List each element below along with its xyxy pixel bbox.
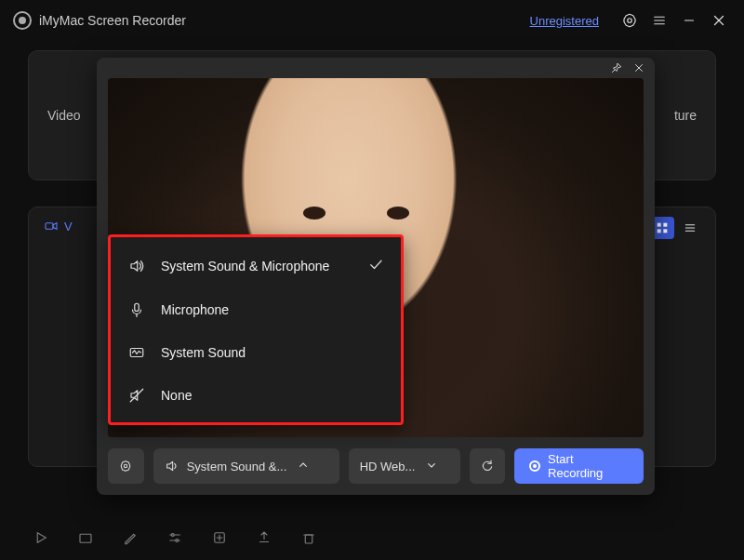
- menu-item-label: None: [161, 388, 192, 403]
- svg-rect-17: [80, 534, 91, 542]
- menu-item-microphone[interactable]: Microphone: [111, 288, 401, 331]
- record-icon: [529, 460, 540, 472]
- camera-source-dropdown[interactable]: HD Web...: [349, 448, 460, 484]
- svg-rect-24: [305, 535, 312, 543]
- svg-rect-8: [46, 223, 53, 230]
- audio-source-label: System Sound &...: [187, 460, 287, 473]
- svg-rect-9: [658, 223, 661, 227]
- svg-marker-29: [122, 461, 130, 472]
- refresh-button[interactable]: [470, 448, 506, 484]
- svg-rect-12: [663, 229, 667, 233]
- svg-marker-0: [624, 14, 635, 27]
- close-button[interactable]: [707, 8, 731, 33]
- folder-icon[interactable]: [76, 528, 95, 547]
- start-recording-button[interactable]: Start Recording: [514, 448, 644, 484]
- settings-gear-icon[interactable]: [618, 8, 642, 33]
- trash-icon[interactable]: [299, 528, 318, 547]
- view-list-button[interactable]: [678, 217, 702, 239]
- speaker-icon: [127, 258, 146, 274]
- overlay-close-icon[interactable]: [632, 61, 645, 74]
- play-icon[interactable]: [32, 528, 50, 547]
- menu-item-none[interactable]: None: [111, 374, 401, 417]
- audio-source-menu: System Sound & Microphone Microphone Sys…: [108, 234, 404, 425]
- camera-source-label: HD Web...: [360, 460, 416, 473]
- unregistered-link[interactable]: Unregistered: [530, 14, 599, 28]
- mic-icon: [127, 301, 146, 318]
- app-title: iMyMac Screen Recorder: [39, 13, 186, 28]
- start-recording-label: Start Recording: [548, 452, 629, 480]
- audio-source-dropdown[interactable]: System Sound &...: [153, 448, 339, 484]
- edit-icon[interactable]: [121, 528, 140, 547]
- recordings-head-label: V: [64, 220, 73, 233]
- svg-marker-16: [37, 533, 46, 543]
- menu-icon[interactable]: [647, 8, 671, 33]
- app-logo-icon: [13, 11, 32, 30]
- view-toggles: [650, 217, 702, 239]
- svg-rect-11: [658, 229, 661, 233]
- pin-icon[interactable]: [610, 61, 623, 74]
- svg-rect-31: [135, 303, 140, 311]
- export-icon[interactable]: [210, 528, 229, 547]
- svg-rect-10: [663, 223, 667, 227]
- svg-line-26: [612, 70, 615, 73]
- menu-item-label: System Sound & Microphone: [161, 259, 329, 273]
- menu-item-system-and-mic[interactable]: System Sound & Microphone: [111, 243, 401, 288]
- overlay-controls: System Sound &... HD Web... Start Record…: [97, 437, 655, 495]
- chevron-up-icon: [296, 458, 311, 475]
- mode-video-label: Video: [47, 108, 81, 123]
- minimize-button[interactable]: [677, 8, 701, 33]
- share-icon[interactable]: [255, 528, 273, 547]
- sliders-icon[interactable]: [166, 528, 184, 547]
- system-sound-icon: [127, 344, 146, 361]
- footer-tools: [32, 528, 318, 547]
- menu-item-label: Microphone: [161, 302, 229, 317]
- mute-icon: [127, 387, 146, 404]
- mode-right-label-fragment: ture: [674, 108, 697, 123]
- svg-point-30: [125, 464, 127, 467]
- svg-point-1: [628, 19, 632, 23]
- menu-item-label: System Sound: [161, 345, 246, 360]
- menu-item-system-sound[interactable]: System Sound: [111, 331, 401, 374]
- overlay-settings-button[interactable]: [108, 448, 144, 484]
- titlebar: iMyMac Screen Recorder Unregistered: [0, 0, 744, 41]
- check-icon: [367, 256, 384, 275]
- chevron-down-icon: [424, 458, 439, 475]
